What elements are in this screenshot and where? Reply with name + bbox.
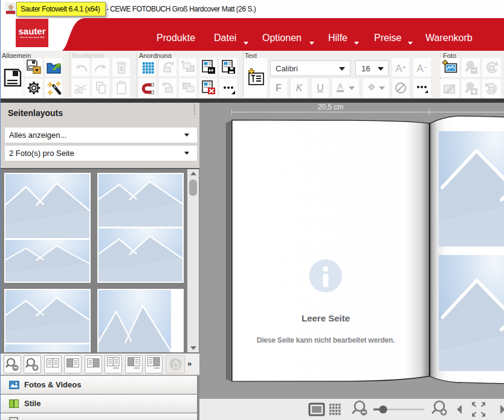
svg-text:A: A [338, 82, 343, 91]
